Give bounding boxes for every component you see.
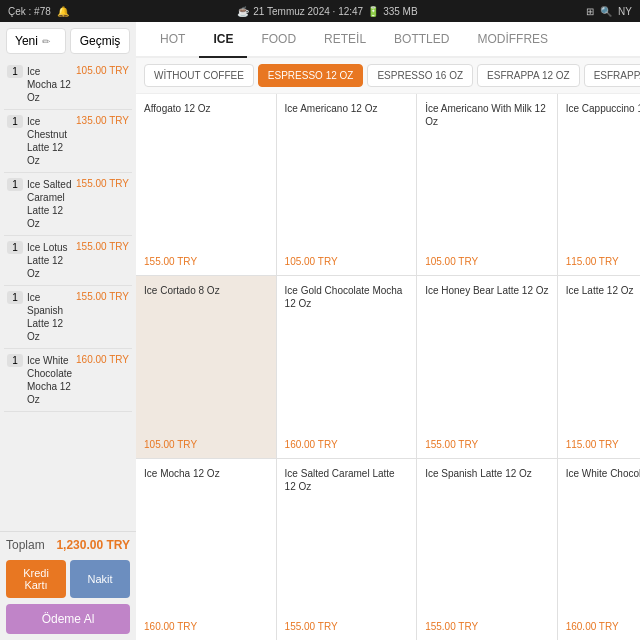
product-price: 115.00 TRY bbox=[566, 256, 640, 267]
order-price: 155.00 TRY bbox=[76, 178, 129, 189]
battery-icon: 🔋 bbox=[367, 6, 379, 17]
order-name: Ice Spanish Latte 12 Oz bbox=[27, 291, 72, 343]
datetime-label: 21 Temmuz 2024 · 12:47 bbox=[253, 6, 363, 17]
product-name: Ice Spanish Latte 12 Oz bbox=[425, 467, 549, 613]
order-qty: 1 bbox=[7, 115, 23, 128]
sub-tabs: WİTHOUT COFFEEESPRESSO 12 OZESPRESSO 16 … bbox=[136, 58, 640, 94]
total-label: Toplam bbox=[6, 538, 45, 552]
product-price: 115.00 TRY bbox=[566, 439, 640, 450]
product-grid: Affogato 12 Oz 155.00 TRY Ice Americano … bbox=[136, 94, 640, 640]
storage-label: 335 MB bbox=[383, 6, 417, 17]
product-name: Ice Latte 12 Oz bbox=[566, 284, 640, 430]
history-button[interactable]: Geçmiş bbox=[70, 28, 130, 54]
order-name: Ice Lotus Latte 12 Oz bbox=[27, 241, 72, 280]
order-item[interactable]: 1 Ice White Chocolate Mocha 12 Oz 160.00… bbox=[4, 349, 132, 412]
product-name: İce Americano With Milk 12 Oz bbox=[425, 102, 549, 248]
check-label: Çek : #78 bbox=[8, 6, 51, 17]
order-price: 155.00 TRY bbox=[76, 241, 129, 252]
product-price: 105.00 TRY bbox=[285, 256, 409, 267]
product-price: 160.00 TRY bbox=[566, 621, 640, 632]
product-price: 105.00 TRY bbox=[144, 439, 268, 450]
category-tab-bottled[interactable]: BOTTLED bbox=[380, 22, 463, 58]
status-bar: Çek : #78 🔔 ☕ 21 Temmuz 2024 · 12:47 🔋 3… bbox=[0, 0, 640, 22]
product-name: Ice Cappuccino 12 Oz bbox=[566, 102, 640, 248]
product-card[interactable]: Ice Mocha 12 Oz 160.00 TRY bbox=[136, 459, 276, 640]
order-qty: 1 bbox=[7, 241, 23, 254]
order-name: Ice Mocha 12 Oz bbox=[27, 65, 72, 104]
product-name: Ice White Chocolate Mocha bbox=[566, 467, 640, 613]
product-name: Ice Mocha 12 Oz bbox=[144, 467, 268, 613]
product-name: Ice Honey Bear Latte 12 Oz bbox=[425, 284, 549, 430]
sidebar: Yeni ✏ Geçmiş 1 Ice Mocha 12 Oz 105.00 T… bbox=[0, 22, 136, 640]
product-card[interactable]: İce Americano With Milk 12 Oz 105.00 TRY bbox=[417, 94, 557, 275]
payment-buttons: Kredi Kartı Nakit bbox=[6, 560, 130, 598]
order-name: Ice White Chocolate Mocha 12 Oz bbox=[27, 354, 72, 406]
main-layout: Yeni ✏ Geçmiş 1 Ice Mocha 12 Oz 105.00 T… bbox=[0, 22, 640, 640]
order-qty: 1 bbox=[7, 178, 23, 191]
order-price: 160.00 TRY bbox=[76, 354, 129, 365]
sub-tab-espresso_12[interactable]: ESPRESSO 12 OZ bbox=[258, 64, 364, 87]
sub-tab-without_coffee[interactable]: WİTHOUT COFFEE bbox=[144, 64, 254, 87]
product-card[interactable]: Ice Gold Chocolate Mocha 12 Oz 160.00 TR… bbox=[277, 276, 417, 457]
pencil-icon: ✏ bbox=[42, 36, 50, 47]
new-label: Yeni bbox=[15, 34, 38, 48]
category-tab-modiffres[interactable]: MODİFFRES bbox=[463, 22, 562, 58]
checkout-button[interactable]: Ödeme Al bbox=[6, 604, 130, 634]
product-card[interactable]: Ice Cappuccino 12 Oz 115.00 TRY bbox=[558, 94, 640, 275]
order-qty: 1 bbox=[7, 65, 23, 78]
product-price: 160.00 TRY bbox=[285, 439, 409, 450]
order-qty: 1 bbox=[7, 291, 23, 304]
total-row: Toplam 1,230.00 TRY bbox=[6, 538, 130, 552]
order-item[interactable]: 1 Ice Lotus Latte 12 Oz 155.00 TRY bbox=[4, 236, 132, 286]
logo-icon: ☕ bbox=[237, 6, 249, 17]
new-order-button[interactable]: Yeni ✏ bbox=[6, 28, 66, 54]
order-price: 105.00 TRY bbox=[76, 65, 129, 76]
product-card[interactable]: Ice White Chocolate Mocha 160.00 TRY bbox=[558, 459, 640, 640]
sub-tab-espresso_16[interactable]: ESPRESSO 16 OZ bbox=[367, 64, 473, 87]
user-label: NY bbox=[618, 6, 632, 17]
order-item[interactable]: 1 Ice Chestnut Latte 12 Oz 135.00 TRY bbox=[4, 110, 132, 173]
product-card[interactable]: Affogato 12 Oz 155.00 TRY bbox=[136, 94, 276, 275]
order-name: Ice Chestnut Latte 12 Oz bbox=[27, 115, 72, 167]
status-center: ☕ 21 Temmuz 2024 · 12:47 🔋 335 MB bbox=[237, 6, 417, 17]
category-tabs: HOTICEFOODRETEİLBOTTLEDMODİFFRES bbox=[136, 22, 640, 58]
order-item[interactable]: 1 Ice Spanish Latte 12 Oz 155.00 TRY bbox=[4, 286, 132, 349]
order-qty: 1 bbox=[7, 354, 23, 367]
order-name: Ice Salted Caramel Latte 12 Oz bbox=[27, 178, 72, 230]
category-tab-ice[interactable]: ICE bbox=[199, 22, 247, 58]
product-card[interactable]: Ice Cortado 8 Oz 105.00 TRY bbox=[136, 276, 276, 457]
grid-icon: ⊞ bbox=[586, 6, 594, 17]
product-name: Ice Americano 12 Oz bbox=[285, 102, 409, 248]
sub-tab-esfrappa_12[interactable]: ESFRAPPA 12 OZ bbox=[477, 64, 580, 87]
order-price: 155.00 TRY bbox=[76, 291, 129, 302]
order-item[interactable]: 1 Ice Salted Caramel Latte 12 Oz 155.00 … bbox=[4, 173, 132, 236]
status-left: Çek : #78 🔔 bbox=[8, 6, 69, 17]
order-price: 135.00 TRY bbox=[76, 115, 129, 126]
product-card[interactable]: Ice Salted Caramel Latte 12 Oz 155.00 TR… bbox=[277, 459, 417, 640]
product-price: 105.00 TRY bbox=[425, 256, 549, 267]
product-card[interactable]: Ice Americano 12 Oz 105.00 TRY bbox=[277, 94, 417, 275]
product-price: 160.00 TRY bbox=[144, 621, 268, 632]
product-name: Ice Cortado 8 Oz bbox=[144, 284, 268, 430]
product-price: 155.00 TRY bbox=[425, 621, 549, 632]
product-price: 155.00 TRY bbox=[285, 621, 409, 632]
product-card[interactable]: Ice Latte 12 Oz 115.00 TRY bbox=[558, 276, 640, 457]
status-right: ⊞ 🔍 NY bbox=[586, 6, 632, 17]
order-item[interactable]: 1 Ice Mocha 12 Oz 105.00 TRY bbox=[4, 60, 132, 110]
product-name: Ice Salted Caramel Latte 12 Oz bbox=[285, 467, 409, 613]
bell-icon: 🔔 bbox=[57, 6, 69, 17]
sidebar-footer: Toplam 1,230.00 TRY Kredi Kartı Nakit Öd… bbox=[0, 531, 136, 640]
sidebar-header: Yeni ✏ Geçmiş bbox=[0, 22, 136, 60]
category-tab-reteil[interactable]: RETEİL bbox=[310, 22, 380, 58]
total-price: 1,230.00 TRY bbox=[56, 538, 130, 552]
sub-tab-esfrappa_16[interactable]: ESFRAPPA 16 OZ bbox=[584, 64, 640, 87]
category-tab-food[interactable]: FOOD bbox=[247, 22, 310, 58]
product-price: 155.00 TRY bbox=[144, 256, 268, 267]
credit-card-button[interactable]: Kredi Kartı bbox=[6, 560, 66, 598]
product-card[interactable]: Ice Spanish Latte 12 Oz 155.00 TRY bbox=[417, 459, 557, 640]
cash-button[interactable]: Nakit bbox=[70, 560, 130, 598]
product-price: 155.00 TRY bbox=[425, 439, 549, 450]
category-tab-hot[interactable]: HOT bbox=[146, 22, 199, 58]
right-panel: HOTICEFOODRETEİLBOTTLEDMODİFFRES WİTHOUT… bbox=[136, 22, 640, 640]
product-card[interactable]: Ice Honey Bear Latte 12 Oz 155.00 TRY bbox=[417, 276, 557, 457]
